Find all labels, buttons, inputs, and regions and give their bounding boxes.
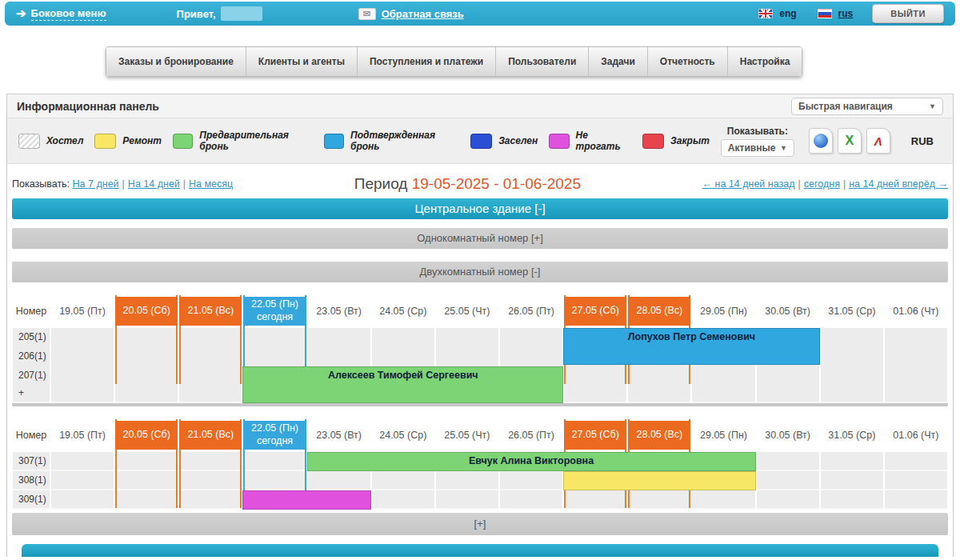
day-cell[interactable] xyxy=(756,490,820,510)
booking-bar[interactable]: Алексеев Тимофей Сергеевич xyxy=(242,366,563,403)
legend-label: Ремонт xyxy=(122,135,162,146)
day-cell[interactable] xyxy=(884,366,948,403)
period-row: Показывать: На 7 дней|На 14 дней|На меся… xyxy=(12,175,948,193)
booking-bar[interactable] xyxy=(563,471,755,490)
day-cell[interactable] xyxy=(50,366,114,403)
tab-receipts-payments[interactable]: Поступления и платежи xyxy=(357,47,495,76)
legend-dont-touch: Не трогать xyxy=(549,130,631,152)
next-building-header-strip[interactable] xyxy=(22,544,938,557)
day-cell[interactable] xyxy=(499,490,563,510)
day-cell[interactable] xyxy=(756,366,820,403)
show-label: Показывать: xyxy=(12,178,70,190)
feedback-link[interactable]: Обратная связь xyxy=(382,8,464,20)
room-label[interactable]: 309(1) xyxy=(12,490,50,510)
logout-button[interactable]: выйти xyxy=(872,4,944,23)
day-header: 19.05 (Пт) xyxy=(50,295,114,327)
day-cell[interactable] xyxy=(884,471,948,490)
day-cell[interactable] xyxy=(884,452,948,471)
roomtype-two-room-header[interactable]: Двухкомнатный номер [-] xyxy=(12,262,948,282)
closed-swatch-icon xyxy=(642,134,664,149)
day-cell[interactable] xyxy=(371,471,435,490)
booking-bar[interactable]: Лопухов Петр Семенович xyxy=(563,328,820,365)
range-7-days-link[interactable]: На 7 дней xyxy=(73,178,119,190)
back-14-days-link[interactable]: ← на 14 дней назад xyxy=(702,178,795,190)
day-cell[interactable] xyxy=(820,452,884,471)
legend-closed: Закрыт xyxy=(642,134,710,149)
lang-eng-label: eng xyxy=(779,8,796,19)
tab-clients-agents[interactable]: Клиенты и агенты xyxy=(246,47,357,76)
day-cell[interactable] xyxy=(756,471,820,490)
day-cell[interactable] xyxy=(114,452,178,471)
side-menu-link[interactable]: Боковое меню xyxy=(31,7,106,21)
export-icons: X Λ xyxy=(809,128,890,154)
excel-export-icon[interactable]: X xyxy=(838,128,862,154)
grid-three-room-grid: Номер19.05 (Пт)20.05 (Сб)21.05 (Вс)22.05… xyxy=(12,419,948,508)
day-header: 30.05 (Вт) xyxy=(756,295,820,327)
roomtype-collapsed-plus[interactable]: [+] xyxy=(12,513,948,535)
day-cell[interactable] xyxy=(820,471,884,490)
day-header-today: 22.05 (Пн)сегодня xyxy=(243,421,306,450)
lang-rus-link[interactable]: rus xyxy=(838,8,854,19)
pdf-export-icon[interactable]: Λ xyxy=(866,128,890,154)
building-header-central[interactable]: Центральное здание [-] xyxy=(12,198,948,219)
active-filter-select[interactable]: Активные ▼ xyxy=(721,139,794,157)
day-cell[interactable] xyxy=(756,452,820,471)
day-cell[interactable] xyxy=(563,366,627,403)
day-cell[interactable] xyxy=(371,490,435,510)
day-cell[interactable] xyxy=(178,490,242,510)
panel-header: Информационная панель Быстрая навигация … xyxy=(7,94,953,118)
booking-bar[interactable]: Евчук Алина Викторовна xyxy=(307,452,756,471)
forward-14-days-link[interactable]: на 14 дней вперёд → xyxy=(849,178,948,190)
ru-flag-icon xyxy=(818,9,832,18)
day-cell[interactable] xyxy=(178,471,242,490)
web-export-icon[interactable] xyxy=(809,128,833,154)
day-cell[interactable] xyxy=(691,366,755,403)
day-cell[interactable] xyxy=(691,490,755,510)
chevron-down-icon: ▼ xyxy=(929,102,936,110)
day-cell[interactable] xyxy=(50,490,114,510)
day-cell[interactable] xyxy=(242,471,306,490)
room-label[interactable]: 307(1) xyxy=(12,452,50,471)
tab-reports[interactable]: Отчетность xyxy=(647,47,727,76)
day-cell[interactable] xyxy=(627,490,691,510)
tab-orders-booking[interactable]: Заказы и бронирование xyxy=(106,47,246,76)
day-cell[interactable] xyxy=(820,366,884,403)
dont_touch-swatch-icon xyxy=(549,134,569,149)
day-header: 23.05 (Вт) xyxy=(307,419,371,451)
day-cell[interactable] xyxy=(50,452,114,471)
day-cell[interactable] xyxy=(499,471,563,490)
legend-label: Хостел xyxy=(46,135,83,146)
room-label[interactable]: 308(1) xyxy=(12,471,50,490)
tab-users[interactable]: Пользователи xyxy=(495,47,588,76)
day-cell[interactable] xyxy=(114,490,178,510)
range-14-days-link[interactable]: На 14 дней xyxy=(128,178,180,190)
roomtype-one-room-collapsed[interactable]: Однокомнатный номер [+] xyxy=(12,228,948,249)
day-cell[interactable] xyxy=(114,471,178,490)
day-cell[interactable] xyxy=(178,366,242,403)
day-cell[interactable] xyxy=(563,490,627,510)
day-cell[interactable] xyxy=(114,366,178,403)
day-cell[interactable] xyxy=(435,490,499,510)
today-link[interactable]: сегодня xyxy=(804,178,840,190)
day-cell[interactable] xyxy=(627,366,691,403)
legend-label: Закрыт xyxy=(670,135,710,146)
room-label[interactable]: 207(1) + xyxy=(12,366,50,403)
quick-nav-select[interactable]: Быстрая навигация ▼ xyxy=(791,98,943,115)
page-title: Информационная панель xyxy=(17,100,159,113)
booking-bar[interactable] xyxy=(242,490,370,510)
day-cell[interactable] xyxy=(884,490,948,510)
day-cell[interactable] xyxy=(242,452,306,471)
day-cell[interactable] xyxy=(50,471,114,490)
legend-label: Подтвержденная бронь xyxy=(350,130,459,152)
day-cell[interactable] xyxy=(820,490,884,510)
tab-settings[interactable]: Настройка xyxy=(727,47,802,76)
day-header: 29.05 (Пн) xyxy=(691,295,755,327)
grid-three-room: Номер19.05 (Пт)20.05 (Сб)21.05 (Вс)22.05… xyxy=(12,419,948,508)
day-cell[interactable] xyxy=(435,471,499,490)
day-cell[interactable] xyxy=(178,452,242,471)
info-panel: Информационная панель Быстрая навигация … xyxy=(6,94,954,557)
range-month-link[interactable]: На месяц xyxy=(189,178,233,190)
active-filter-value: Активные xyxy=(728,142,775,154)
tab-tasks[interactable]: Задачи xyxy=(588,47,647,76)
day-cell[interactable] xyxy=(307,471,371,490)
